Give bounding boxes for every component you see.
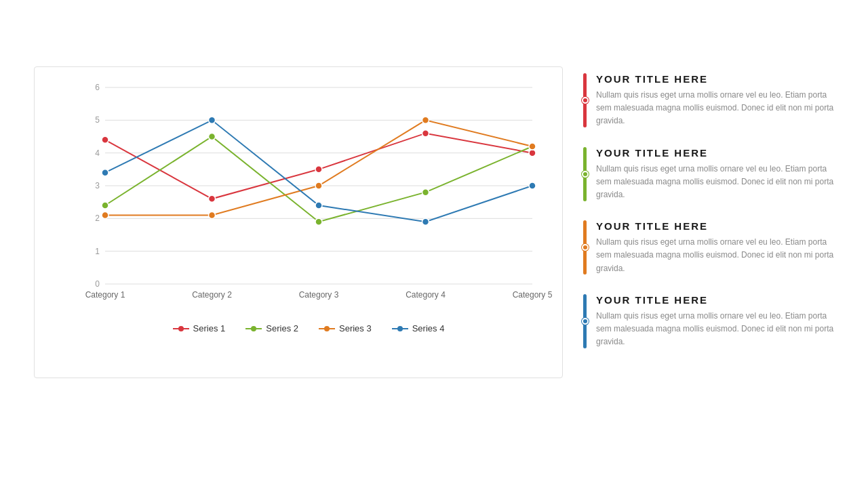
sidebar-text-3: YOUR TITLE HERENullam quis risus eget ur… <box>596 294 834 349</box>
svg-text:5: 5 <box>95 115 100 125</box>
svg-point-27 <box>422 189 429 196</box>
svg-point-32 <box>422 117 429 123</box>
legend-item-3: Series 4 <box>392 323 445 333</box>
svg-point-19 <box>102 136 108 143</box>
sidebar-bar-2 <box>583 220 587 274</box>
legend-item-2: Series 3 <box>319 323 372 333</box>
sidebar-item-3: YOUR TITLE HERENullam quis risus eget ur… <box>583 294 834 349</box>
sidebar-text-2: YOUR TITLE HERENullam quis risus eget ur… <box>596 220 834 275</box>
sidebar-desc-0: Nullam quis risus eget urna mollis ornar… <box>596 89 834 128</box>
svg-text:4: 4 <box>95 148 100 158</box>
svg-text:0: 0 <box>95 279 100 289</box>
sidebar-bar-3 <box>583 294 587 348</box>
svg-point-26 <box>315 218 322 225</box>
line-chart-svg: 0123456Category 1Category 2Category 3Cat… <box>75 81 542 311</box>
svg-text:Category 3: Category 3 <box>299 290 339 300</box>
svg-point-22 <box>422 130 429 137</box>
svg-text:1: 1 <box>95 247 100 256</box>
sidebar-bar-1 <box>583 147 587 201</box>
svg-point-38 <box>529 182 536 189</box>
sidebar-desc-2: Nullam quis risus eget urna mollis ornar… <box>596 236 834 275</box>
sidebar-title-3: YOUR TITLE HERE <box>596 294 834 306</box>
svg-point-24 <box>102 202 108 209</box>
sidebar-item-1: YOUR TITLE HERENullam quis risus eget ur… <box>583 147 834 202</box>
chart-container: 0123456Category 1Category 2Category 3Cat… <box>34 66 563 378</box>
legend-label-2: Series 3 <box>339 323 372 333</box>
svg-point-23 <box>529 150 536 157</box>
svg-point-21 <box>315 166 322 173</box>
page: 0123456Category 1Category 2Category 3Cat… <box>0 0 868 488</box>
sidebar-desc-3: Nullam quis risus eget urna mollis ornar… <box>596 310 834 349</box>
svg-text:6: 6 <box>95 83 100 92</box>
svg-text:Category 5: Category 5 <box>513 290 553 300</box>
svg-text:Category 1: Category 1 <box>85 290 125 300</box>
svg-text:Category 2: Category 2 <box>192 290 232 300</box>
sidebar-text-0: YOUR TITLE HERENullam quis risus eget ur… <box>596 73 834 128</box>
sidebar-text-1: YOUR TITLE HERENullam quis risus eget ur… <box>596 147 834 202</box>
chart-area: 0123456Category 1Category 2Category 3Cat… <box>75 81 542 311</box>
svg-text:2: 2 <box>95 214 100 223</box>
sidebar-title-1: YOUR TITLE HERE <box>596 147 834 159</box>
svg-text:Category 4: Category 4 <box>406 290 446 300</box>
legend-label-1: Series 2 <box>266 323 298 333</box>
sidebar: YOUR TITLE HERENullam quis risus eget ur… <box>583 66 834 348</box>
svg-point-33 <box>529 143 536 150</box>
svg-point-37 <box>422 218 429 225</box>
legend-label-3: Series 4 <box>412 323 445 333</box>
svg-point-25 <box>209 134 216 140</box>
svg-point-36 <box>315 202 322 209</box>
sidebar-desc-1: Nullam quis risus eget urna mollis ornar… <box>596 163 834 202</box>
svg-text:3: 3 <box>95 181 100 190</box>
svg-point-35 <box>209 117 216 123</box>
sidebar-item-2: YOUR TITLE HERENullam quis risus eget ur… <box>583 220 834 275</box>
chart-legend: Series 1Series 2Series 3Series 4 <box>75 318 542 333</box>
sidebar-item-0: YOUR TITLE HERENullam quis risus eget ur… <box>583 73 834 128</box>
sidebar-title-2: YOUR TITLE HERE <box>596 220 834 232</box>
sidebar-bar-0 <box>583 73 587 127</box>
content-area: 0123456Category 1Category 2Category 3Cat… <box>34 66 834 378</box>
legend-item-1: Series 2 <box>245 323 298 333</box>
svg-point-29 <box>102 212 108 219</box>
svg-point-30 <box>209 212 216 219</box>
legend-label-0: Series 1 <box>193 323 226 333</box>
svg-point-20 <box>209 195 216 202</box>
svg-point-31 <box>315 182 322 189</box>
svg-point-34 <box>102 169 108 176</box>
sidebar-title-0: YOUR TITLE HERE <box>596 73 834 85</box>
legend-item-0: Series 1 <box>173 323 226 333</box>
